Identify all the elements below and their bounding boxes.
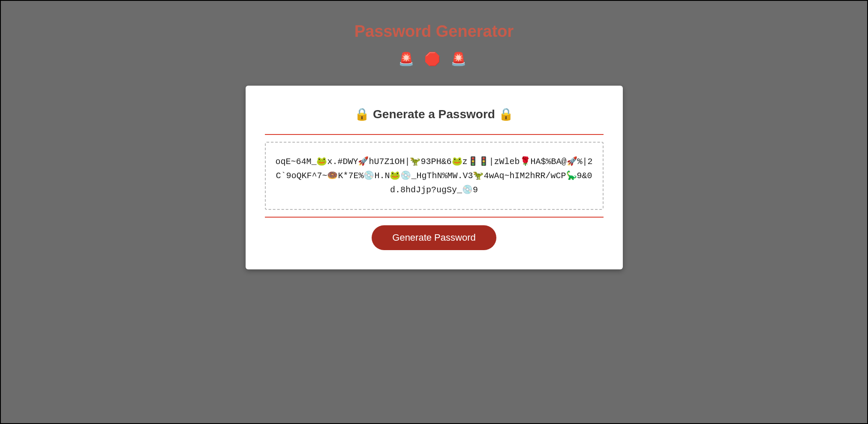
- divider-top: [265, 134, 604, 135]
- decorative-icons: 🚨 🛑 🚨: [246, 51, 623, 66]
- divider-bottom: [265, 217, 604, 218]
- app-container: Password Generator 🚨 🛑 🚨 🔒 Generate a Pa…: [246, 22, 623, 269]
- password-output-box: oqE~64M_🐸x.#DWY🚀hU7Z1OH|🦖93PH&6🐸z🚦🚦|zWle…: [265, 142, 604, 210]
- password-card: 🔒 Generate a Password 🔒 oqE~64M_🐸x.#DWY🚀…: [246, 86, 623, 269]
- password-output-text: oqE~64M_🐸x.#DWY🚀hU7Z1OH|🦖93PH&6🐸z🚦🚦|zWle…: [274, 155, 594, 197]
- card-heading: 🔒 Generate a Password 🔒: [265, 107, 604, 121]
- generate-password-button[interactable]: Generate Password: [372, 225, 496, 250]
- page-title: Password Generator: [246, 22, 623, 41]
